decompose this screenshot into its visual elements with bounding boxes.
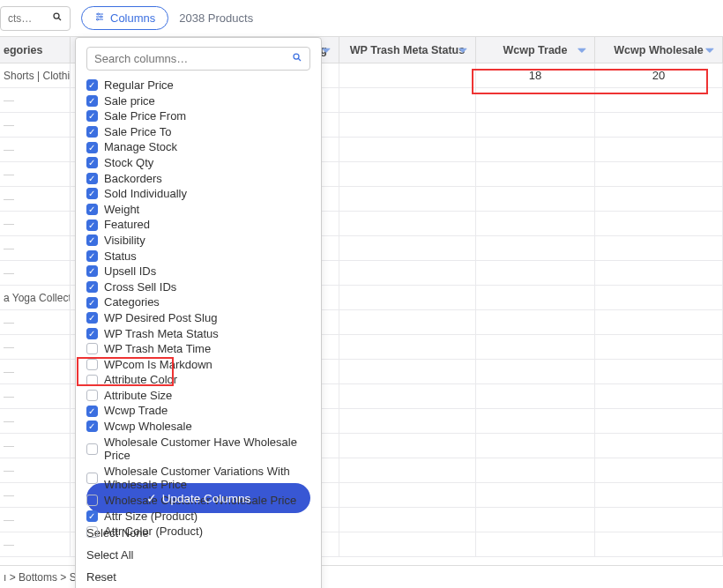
cell[interactable] bbox=[595, 360, 723, 383]
column-option[interactable]: Categories bbox=[86, 294, 310, 310]
cell[interactable]: a Yoga Collection | bbox=[0, 286, 71, 309]
checkbox[interactable] bbox=[86, 495, 98, 506]
checkbox[interactable] bbox=[86, 312, 98, 324]
cell[interactable] bbox=[595, 138, 723, 161]
checkbox[interactable] bbox=[86, 204, 98, 215]
column-option[interactable]: Attribute Size bbox=[86, 388, 310, 404]
cell[interactable] bbox=[339, 310, 476, 334]
cell[interactable] bbox=[339, 532, 476, 556]
columns-search-input[interactable] bbox=[94, 52, 292, 65]
column-option[interactable]: Regular Price bbox=[86, 78, 310, 93]
checkbox[interactable] bbox=[86, 406, 98, 417]
column-option[interactable]: Status bbox=[86, 249, 310, 264]
cell[interactable] bbox=[595, 236, 723, 260]
column-option[interactable]: Sale Price From bbox=[86, 108, 310, 124]
cell[interactable] bbox=[339, 187, 476, 211]
cell[interactable]: — bbox=[0, 261, 71, 285]
cell[interactable] bbox=[476, 236, 595, 260]
cell[interactable] bbox=[339, 434, 476, 458]
checkbox[interactable] bbox=[86, 234, 98, 246]
cell[interactable] bbox=[476, 286, 595, 309]
checkbox[interactable] bbox=[86, 510, 98, 522]
cell[interactable]: — bbox=[0, 138, 71, 161]
cell[interactable] bbox=[476, 532, 595, 556]
cell[interactable] bbox=[595, 434, 723, 458]
column-option[interactable]: WPcom Is Markdown bbox=[86, 357, 310, 373]
cell[interactable] bbox=[476, 261, 595, 285]
cell[interactable] bbox=[339, 335, 476, 359]
cell[interactable] bbox=[339, 113, 476, 137]
cell[interactable] bbox=[595, 113, 723, 137]
search-icon[interactable] bbox=[292, 52, 302, 65]
cell[interactable] bbox=[595, 458, 723, 482]
cell[interactable] bbox=[595, 261, 723, 285]
cell[interactable] bbox=[339, 236, 476, 260]
cell[interactable] bbox=[339, 286, 476, 309]
column-option[interactable]: Wcwp Wholesale bbox=[86, 419, 310, 435]
cell[interactable] bbox=[476, 113, 595, 137]
cell[interactable]: — bbox=[0, 384, 71, 408]
cell[interactable] bbox=[476, 187, 595, 211]
cell[interactable] bbox=[476, 508, 595, 532]
cell[interactable] bbox=[339, 483, 476, 507]
column-option[interactable]: Sold Individually bbox=[86, 186, 310, 202]
checkbox[interactable] bbox=[86, 142, 98, 153]
column-option[interactable]: Stock Qty bbox=[86, 155, 310, 171]
product-search-input[interactable] bbox=[8, 12, 52, 25]
column-option[interactable]: WP Trash Meta Status bbox=[86, 326, 310, 342]
column-header-wcwp-trade[interactable]: Wcwp Trade⏷ bbox=[476, 37, 595, 63]
cell[interactable] bbox=[339, 508, 476, 532]
cell[interactable] bbox=[339, 458, 476, 482]
column-option[interactable]: Sale Price To bbox=[86, 124, 310, 140]
cell[interactable] bbox=[595, 409, 723, 433]
checkbox[interactable] bbox=[86, 95, 98, 107]
column-option[interactable]: WP Trash Meta Time bbox=[86, 341, 310, 357]
cell[interactable]: — bbox=[0, 458, 71, 482]
checkbox[interactable] bbox=[86, 359, 98, 370]
cell[interactable] bbox=[476, 458, 595, 482]
cell[interactable]: — bbox=[0, 409, 71, 433]
checkbox[interactable] bbox=[86, 173, 98, 184]
filter-icon[interactable]: ⏷ bbox=[704, 44, 715, 56]
cell[interactable] bbox=[339, 261, 476, 285]
column-option[interactable]: Visibility bbox=[86, 233, 310, 249]
cell[interactable] bbox=[595, 335, 723, 359]
column-option[interactable]: Upsell IDs bbox=[86, 264, 310, 279]
cell[interactable] bbox=[476, 310, 595, 334]
checkbox[interactable] bbox=[86, 110, 98, 122]
cell[interactable] bbox=[476, 162, 595, 186]
cell[interactable] bbox=[595, 286, 723, 309]
select-all-link[interactable]: Select All bbox=[86, 544, 310, 566]
column-header-trash-meta[interactable]: WP Trash Meta Status⏷ bbox=[339, 37, 476, 63]
filter-icon[interactable]: ⏷ bbox=[577, 44, 587, 56]
checkbox[interactable] bbox=[86, 297, 98, 309]
checkbox[interactable] bbox=[86, 250, 98, 262]
cell[interactable] bbox=[595, 212, 723, 235]
cell[interactable] bbox=[476, 409, 595, 433]
cell[interactable] bbox=[339, 138, 476, 161]
cell[interactable]: — bbox=[0, 236, 71, 260]
cell[interactable] bbox=[476, 483, 595, 507]
cell[interactable] bbox=[476, 360, 595, 383]
cell[interactable] bbox=[595, 310, 723, 334]
column-option[interactable]: Wcwp Trade bbox=[86, 403, 310, 419]
checkbox[interactable] bbox=[86, 79, 98, 91]
column-option[interactable]: Backorders bbox=[86, 171, 310, 187]
cell[interactable]: — bbox=[0, 508, 71, 532]
cell[interactable] bbox=[339, 88, 476, 112]
column-option[interactable]: Wholesale Customer Variations With Whole… bbox=[86, 464, 310, 493]
columns-search[interactable] bbox=[86, 47, 310, 71]
checkbox[interactable] bbox=[86, 375, 98, 386]
column-option[interactable]: Featured bbox=[86, 217, 310, 233]
cell[interactable] bbox=[339, 360, 476, 383]
cell[interactable] bbox=[595, 508, 723, 532]
checkbox[interactable] bbox=[86, 526, 98, 538]
checkbox[interactable] bbox=[86, 443, 98, 455]
cell[interactable]: — bbox=[0, 113, 71, 137]
column-option[interactable]: Manage Stock bbox=[86, 139, 310, 155]
product-search[interactable] bbox=[0, 6, 71, 31]
cell[interactable]: — bbox=[0, 187, 71, 211]
cell[interactable] bbox=[339, 162, 476, 186]
checkbox[interactable] bbox=[86, 328, 98, 339]
column-option[interactable]: Weight bbox=[86, 202, 310, 218]
